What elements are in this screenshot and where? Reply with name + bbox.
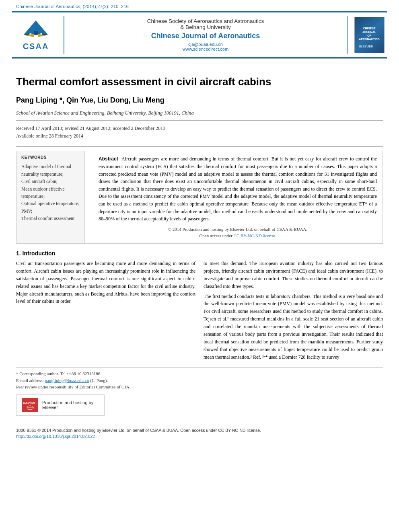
license-link[interactable]: CC BY-NC-ND license.	[234, 233, 276, 238]
elsevier-logo-icon: ELSEVIER	[22, 399, 38, 411]
elsevier-logo: ELSEVIER	[22, 398, 38, 412]
svg-rect-3	[34, 31, 38, 35]
svg-text:ELSEVIER: ELSEVIER	[359, 45, 373, 48]
svg-text:ELSEVIER: ELSEVIER	[23, 402, 35, 404]
footnote-email-label: E-mail address:	[16, 378, 44, 383]
copyright-text: © 2014 Production and hosting by Elsevie…	[168, 227, 308, 232]
intro-left-para1: Civil air transportation passengers are …	[16, 260, 195, 306]
keyword-6: Thermal comfort assessment	[21, 215, 80, 222]
csaa-logo: CSAA	[22, 18, 50, 51]
journal-header: CSAA Chinese Society of Aeronautics and …	[12, 11, 387, 58]
abstract-section: KEYWORDS Adaptive model of thermal neutr…	[16, 151, 383, 243]
authors-text: Pang Liping *, Qin Yue, Liu Dong, Liu Me…	[16, 96, 165, 104]
divider-abstract	[16, 146, 383, 147]
two-col-intro: Civil air transportation passengers are …	[16, 260, 383, 364]
dates: Received 17 April 2013; revised 21 Augus…	[16, 125, 383, 140]
journal-header-right: CHINESEJOURNALOFAERONAUTICS ELSEVIER	[347, 16, 387, 54]
journal-logo-left: CSAA	[12, 16, 64, 54]
col-left-intro: Civil air transportation passengers are …	[16, 260, 195, 364]
intro-right-para1: to meet this demand. The European aviati…	[204, 260, 383, 290]
society-name: Chinese Society of Aeronautics and Astro…	[72, 18, 339, 30]
keyword-5: PMV;	[21, 207, 80, 215]
svg-rect-8	[22, 399, 38, 411]
cover-text: CHINESEJOURNALOFAERONAUTICS	[359, 27, 379, 41]
top-bar: Chinese Journal of Aeronautics, (2014),2…	[0, 0, 399, 11]
elsevier-cover-logo: ELSEVIER	[358, 42, 380, 49]
bottom-bar-issn: 1000-9361 © 2014 Production and hosting …	[16, 427, 383, 440]
issn-text: 1000-9361 © 2014 Production and hosting …	[16, 428, 261, 433]
citation-link[interactable]: Chinese Journal of Aeronautics, (2014),2…	[16, 4, 129, 9]
footnote-email-suffix: (L. Pang).	[90, 378, 108, 383]
footnote-section: * Corresponding author. Tel.: +86 10 823…	[16, 368, 383, 390]
journal-cover: CHINESEJOURNALOFAERONAUTICS ELSEVIER	[354, 17, 385, 53]
keyword-2: Civil aircraft cabin;	[21, 178, 80, 185]
affiliation: School of Aviation Science and Engineeri…	[16, 110, 383, 116]
cover-bottom: ELSEVIER	[355, 42, 384, 51]
footnote-corresponding: * Corresponding author. Tel.: +86 10 823…	[16, 370, 383, 377]
elsevier-footer-box: ELSEVIER Production and hosting by Elsev…	[16, 394, 105, 416]
elsevier-footer-text: Production and hosting by Elsevier	[42, 400, 99, 410]
intro-right-para2: The first method conducts tests in labor…	[204, 293, 383, 362]
dates-line2: Available online 28 February 2014	[16, 133, 83, 139]
col-right-intro: to meet this demand. The European aviati…	[204, 260, 383, 364]
csaa-plane-icon	[22, 18, 50, 39]
authors: Pang Liping *, Qin Yue, Liu Dong, Liu Me…	[16, 95, 383, 105]
article-title: Thermal comfort assessment in civil airc…	[16, 75, 383, 89]
bottom-bar: 1000-9361 © 2014 Production and hosting …	[0, 424, 399, 444]
email-link[interactable]: cja@buaa.edu.cn	[188, 42, 223, 47]
article-content: Thermal comfort assessment in civil airc…	[0, 59, 399, 420]
abstract-body: Aircraft passengers are more and demandi…	[99, 156, 377, 222]
website-link[interactable]: www.sciencedirect.com	[183, 47, 228, 51]
keywords-title: KEYWORDS	[21, 155, 80, 160]
footnote-peer-review: Peer review under responsibility of Edit…	[16, 384, 383, 390]
journal-header-center: Chinese Society of Aeronautics and Astro…	[64, 16, 347, 54]
dates-line1: Received 17 April 2013; revised 21 Augus…	[16, 125, 165, 131]
journal-links: cja@buaa.edu.cn www.sciencedirect.com	[72, 42, 339, 51]
footnote-email: E-mail address: pangliping@buaa.edu.cn (…	[16, 377, 383, 384]
section1-title: 1. Introduction	[16, 250, 383, 257]
abstract-box: Abstract Aircraft passengers are more an…	[93, 151, 383, 243]
keyword-1: Adaptive model of thermal neutrality tem…	[21, 163, 80, 178]
keyword-4: Optimal operative temperature;	[21, 200, 80, 207]
keywords-list: Adaptive model of thermal neutrality tem…	[21, 163, 80, 222]
keyword-3: Mean outdoor effective temperature;	[21, 185, 80, 200]
csaa-text: CSAA	[22, 42, 50, 51]
keywords-box: KEYWORDS Adaptive model of thermal neutr…	[16, 151, 85, 243]
abstract-label: Abstract	[99, 156, 118, 162]
doi-link[interactable]: http://dx.doi.org/10.1016/j.cja.2014.02.…	[16, 434, 95, 439]
divider-dates	[16, 120, 383, 121]
footnote-email-link[interactable]: pangliping@buaa.edu.cn	[45, 378, 89, 383]
abstract-text: Abstract Aircraft passengers are more an…	[99, 155, 377, 222]
journal-title: Chinese Journal of Aeronautics	[72, 32, 339, 40]
abstract-copyright: © 2014 Production and hosting by Elsevie…	[99, 226, 377, 239]
